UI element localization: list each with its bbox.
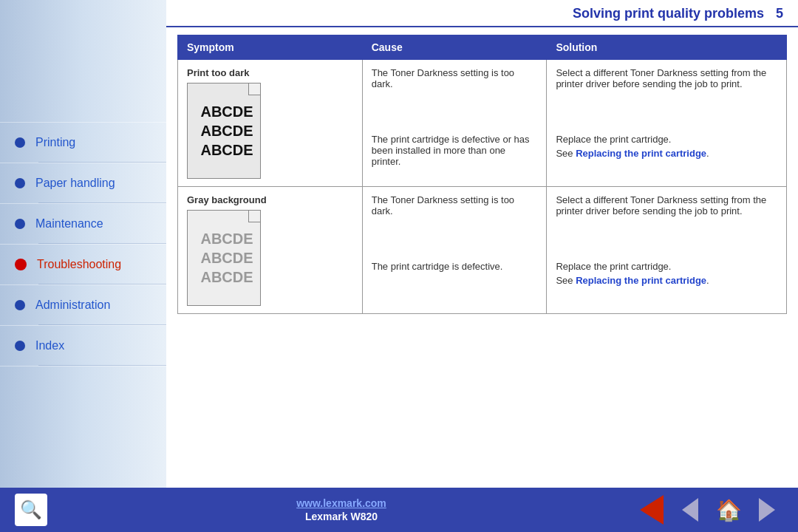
sidebar-label[interactable]: Maintenance <box>35 217 103 231</box>
sidebar-item-administration[interactable]: Administration <box>0 285 166 326</box>
next-arrow-icon <box>759 498 775 522</box>
page-title: Solving print quality problems <box>573 6 764 21</box>
prev-arrow-icon <box>682 498 698 522</box>
col-header-solution: Solution <box>547 35 787 60</box>
footer-url-link[interactable]: www.lexmark.com <box>296 497 386 509</box>
table-row: Print too dark ABCDEABCDEABCDE The Toner… <box>178 60 787 187</box>
solution-text-2a: Select a different Toner Darkness settin… <box>556 194 777 216</box>
solution-link-1: See Replacing the print cartridge. <box>556 148 777 159</box>
symptom-cell-2: Gray background ABCDEABCDEABCDE <box>178 187 363 314</box>
sidebar-item-printing[interactable]: Printing <box>0 122 166 163</box>
nav-dot <box>15 219 25 229</box>
page-number: 5 <box>776 6 783 21</box>
home-button[interactable]: 🏠 <box>712 494 745 526</box>
cause-text-2b: The print cartridge is defective. <box>372 261 538 272</box>
sidebar-item-maintenance[interactable]: Maintenance <box>0 204 166 245</box>
replacing-cartridge-link-2[interactable]: Replacing the print cartridge <box>576 275 706 286</box>
sidebar-item-troubleshooting[interactable]: Troubleshooting <box>0 245 166 285</box>
nav-dot-active <box>15 259 27 270</box>
sidebar-label[interactable]: Paper handling <box>35 177 115 190</box>
col-header-cause: Cause <box>362 35 547 60</box>
nav-back-button[interactable] <box>635 494 668 526</box>
table-header-row: Symptom Cause Solution <box>178 35 787 60</box>
back-arrow-icon <box>640 495 664 525</box>
cause-cell-1: The Toner Darkness setting is too dark. … <box>362 60 547 187</box>
nav-dot <box>15 300 25 310</box>
footer: 🔍 www.lexmark.com Lexmark W820 🏠 <box>0 488 798 532</box>
nav-next-button[interactable] <box>751 494 783 526</box>
cause-text-1b: The print cartridge is defective or has … <box>372 134 538 167</box>
replacing-cartridge-link-1[interactable]: Replacing the print cartridge <box>576 148 706 159</box>
col-header-symptom: Symptom <box>178 35 363 60</box>
table-row: Gray background ABCDEABCDEABCDE The Tone… <box>178 187 787 314</box>
solution-cell-2: Select a different Toner Darkness settin… <box>547 187 787 314</box>
nav-prev-button[interactable] <box>674 494 706 526</box>
sidebar: Printing Paper handling Maintenance Trou… <box>0 0 166 488</box>
content-table: Symptom Cause Solution Print too dark AB… <box>177 35 787 314</box>
doc-sample-text: ABCDEABCDEABCDE <box>194 102 253 160</box>
search-icon: 🔍 <box>20 499 42 520</box>
solution-text-2b: Replace the print cartridge. <box>556 261 777 272</box>
nav-dot <box>15 341 25 351</box>
solution-text-1b: Replace the print cartridge. <box>556 134 777 145</box>
symptom-label-1: Print too dark <box>187 67 353 78</box>
page-header: Solving print quality problems 5 <box>166 0 798 27</box>
doc-corner <box>248 211 260 222</box>
footer-nav: 🏠 <box>635 494 783 526</box>
symptom-label-2: Gray background <box>187 194 353 205</box>
main-content: Solving print quality problems 5 Symptom… <box>166 0 798 488</box>
sidebar-label[interactable]: Troubleshooting <box>37 258 121 271</box>
solution-link-2: See Replacing the print cartridge. <box>556 275 777 286</box>
footer-center: www.lexmark.com Lexmark W820 <box>47 497 635 522</box>
doc-preview-dark: ABCDEABCDEABCDE <box>187 83 261 179</box>
footer-brand: Lexmark W820 <box>305 511 378 522</box>
nav-dot <box>15 178 25 188</box>
sidebar-label[interactable]: Index <box>35 339 64 352</box>
doc-sample-text-gray: ABCDEABCDEABCDE <box>194 229 253 287</box>
footer-left: 🔍 <box>15 494 47 526</box>
doc-corner <box>248 83 260 95</box>
solution-cell-1: Select a different Toner Darkness settin… <box>547 60 787 187</box>
sidebar-label[interactable]: Printing <box>35 136 75 149</box>
solution-text-1a: Select a different Toner Darkness settin… <box>556 67 777 89</box>
home-icon: 🏠 <box>716 498 742 522</box>
cause-text-2a: The Toner Darkness setting is too dark. <box>372 194 538 216</box>
sidebar-item-index[interactable]: Index <box>0 326 166 366</box>
doc-preview-gray: ABCDEABCDEABCDE <box>187 210 261 306</box>
sidebar-item-paper-handling[interactable]: Paper handling <box>0 163 166 204</box>
search-button[interactable]: 🔍 <box>15 494 47 526</box>
cause-cell-2: The Toner Darkness setting is too dark. … <box>362 187 547 314</box>
cause-text-1a: The Toner Darkness setting is too dark. <box>372 67 538 89</box>
nav-dot <box>15 137 25 148</box>
sidebar-label[interactable]: Administration <box>35 299 110 312</box>
symptom-cell-1: Print too dark ABCDEABCDEABCDE <box>178 60 363 187</box>
